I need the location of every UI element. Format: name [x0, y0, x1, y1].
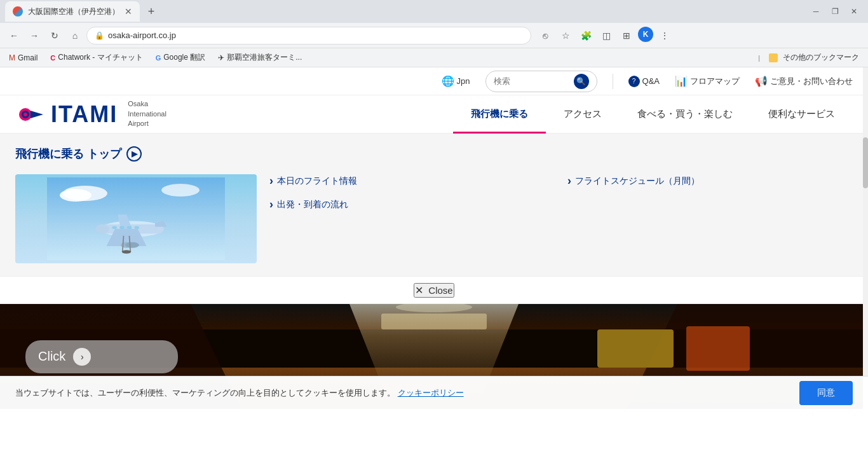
links-column-2: フライトスケジュール（月間） [567, 174, 853, 188]
floor-label: フロアマップ [690, 76, 740, 87]
tab-title: 大阪国際空港（伊丹空港） [28, 6, 119, 17]
logo-text: ITAMI [51, 101, 118, 128]
user-profile-icon[interactable]: K [638, 27, 653, 42]
lang-label: Jpn [457, 76, 470, 86]
tab-close-icon[interactable]: ✕ [125, 6, 132, 17]
other-bookmarks[interactable]: その他のブックマーク [765, 51, 863, 64]
gmail-label: Gmail [18, 53, 37, 62]
browser-nav-icons: ⎋ ☆ 🧩 ◫ ⊞ K ⋮ [536, 27, 674, 45]
translate-label: Google 翻訳 [163, 52, 205, 63]
svg-point-21 [122, 250, 131, 253]
breadcrumb: 飛行機に乗る トップ ▶ [15, 146, 853, 162]
star-icon[interactable]: ☆ [557, 27, 574, 45]
nav-item-eat[interactable]: 食べる・買う・楽しむ [620, 95, 750, 134]
back-button[interactable]: ← [5, 27, 23, 45]
active-tab[interactable]: 大阪国際空港（伊丹空港） ✕ [5, 1, 140, 22]
tab-bar: 大阪国際空港（伊丹空港） ✕ + ─ ❐ ✕ [0, 0, 868, 23]
tab-favicon [13, 6, 23, 17]
site-header: ITAMI OsakaInternationalAirport 飛行機に乗る ア… [0, 95, 868, 134]
gmail-favicon: M [9, 53, 15, 62]
cookie-consent-bar: 当ウェブサイトでは、ユーザーの利便性、マーケティングの向上を目的としてクッキーを… [0, 376, 868, 409]
translate-favicon: G [156, 54, 161, 62]
qa-link[interactable]: ? Q&A [628, 76, 660, 87]
click-button[interactable]: Click › [25, 340, 178, 373]
address-bar[interactable]: 🔒 osaka-airport.co.jp [86, 27, 531, 45]
contact-label: ご意見・お問い合わせ [770, 76, 853, 87]
bookmarks-right: | その他のブックマーク [758, 51, 863, 64]
cookie-policy-link[interactable]: クッキーポリシー [398, 388, 464, 397]
close-label: Close [428, 285, 452, 296]
search-button[interactable]: 🔍 [574, 74, 589, 89]
nav-access-label: アクセス [564, 108, 602, 120]
close-x-icon: ✕ [415, 284, 423, 296]
megaphone-icon: 📢 [755, 75, 768, 87]
svg-rect-29 [686, 326, 750, 371]
departure-arrival-link[interactable]: 出発・到着の流れ [269, 198, 555, 211]
forward-button[interactable]: → [25, 27, 43, 45]
svg-rect-14 [119, 226, 124, 230]
svg-rect-13 [112, 226, 117, 230]
bookmark-gmail[interactable]: M Gmail [5, 52, 41, 64]
bookmark-naha[interactable]: ✈ 那覇空港旅客ターミ... [214, 51, 306, 64]
content-grid: 本日のフライト情報 出発・到着の流れ フライトスケジュール（月間） [15, 174, 853, 263]
svg-point-12 [95, 225, 109, 233]
svg-rect-15 [127, 226, 132, 230]
cookie-agree-button[interactable]: 同意 [799, 381, 853, 405]
extension-icon[interactable]: 🧩 [577, 27, 595, 45]
close-window-icon[interactable]: ✕ [845, 3, 863, 20]
profile-chrome-icon[interactable]: ◫ [597, 27, 615, 45]
chatwork-favicon: C [50, 54, 55, 62]
bookmark-chatwork[interactable]: C Chatwork - マイチャット [46, 51, 146, 64]
main-navigation: 飛行機に乗る アクセス 食べる・買う・楽しむ 便利なサービス [453, 95, 853, 134]
floor-map-link[interactable]: 📊 フロアマップ [675, 75, 740, 87]
website-content: 🌐 Jpn 🔍 ? Q&A 📊 フロアマップ 📢 ご意見・お問い合わせ [0, 67, 868, 409]
click-arrow-icon: › [73, 348, 91, 366]
chatwork-label: Chatwork - マイチャット [58, 52, 142, 63]
utility-bar: 🌐 Jpn 🔍 ? Q&A 📊 フロアマップ 📢 ご意見・お問い合わせ [0, 67, 868, 95]
minimize-icon[interactable]: ─ [807, 3, 825, 20]
links-column-1: 本日のフライト情報 出発・到着の流れ [269, 174, 555, 211]
search-input[interactable] [494, 76, 570, 86]
nav-flight-label: 飛行機に乗る [471, 108, 528, 120]
scrollbar-thumb[interactable] [863, 137, 868, 188]
logo-osaka: OsakaInternationalAirport [128, 99, 166, 128]
search-box[interactable]: 🔍 [485, 71, 597, 92]
floor-icon: 📊 [675, 75, 688, 87]
globe-icon: 🌐 [442, 75, 454, 87]
airplane-image [15, 174, 257, 263]
schedule-link[interactable]: フライトスケジュール（月間） [567, 174, 853, 188]
language-button[interactable]: 🌐 Jpn [442, 75, 470, 87]
menu-icon[interactable]: ⋮ [656, 27, 674, 45]
new-tab-button[interactable]: + [142, 3, 160, 20]
svg-point-6 [161, 184, 200, 197]
bookmark-translate[interactable]: G Google 翻訳 [152, 51, 210, 64]
naha-favicon: ✈ [218, 53, 224, 62]
close-button[interactable]: ✕ Close [414, 283, 454, 298]
breadcrumb-text: 飛行機に乗る トップ [15, 146, 121, 162]
flight-info-link[interactable]: 本日のフライト情報 [269, 174, 555, 188]
schedule-label: フライトスケジュール（月間） [575, 176, 700, 187]
window-controls: ─ ❐ ✕ [807, 3, 863, 20]
airplane-svg [47, 177, 225, 260]
scrollbar[interactable] [863, 67, 868, 409]
site-logo[interactable]: ITAMI OsakaInternationalAirport [15, 99, 166, 130]
nav-bar: ← → ↻ ⌂ 🔒 osaka-airport.co.jp ⎋ ☆ 🧩 ◫ ⊞ … [0, 23, 868, 48]
restore-icon[interactable]: ❐ [826, 3, 844, 20]
contact-link[interactable]: 📢 ご意見・お問い合わせ [755, 75, 853, 87]
logo-itami: ITAMI [51, 101, 118, 128]
nav-item-flight[interactable]: 飛行機に乗る [453, 95, 546, 134]
logo-icon [15, 99, 46, 130]
home-button[interactable]: ⌂ [66, 27, 84, 45]
svg-rect-30 [381, 314, 487, 329]
address-text: osaka-airport.co.jp [108, 31, 176, 40]
click-label: Click [38, 349, 65, 364]
breadcrumb-arrow-icon: ▶ [126, 146, 142, 162]
flight-info-label: 本日のフライト情報 [277, 176, 357, 187]
nav-item-service[interactable]: 便利なサービス [750, 95, 853, 134]
other-bookmarks-label: その他のブックマーク [783, 52, 859, 63]
nav-item-access[interactable]: アクセス [546, 95, 620, 134]
share-icon[interactable]: ⎋ [536, 27, 554, 45]
grid-icon[interactable]: ⊞ [618, 27, 635, 45]
reload-button[interactable]: ↻ [46, 27, 64, 45]
svg-point-18 [125, 242, 139, 248]
